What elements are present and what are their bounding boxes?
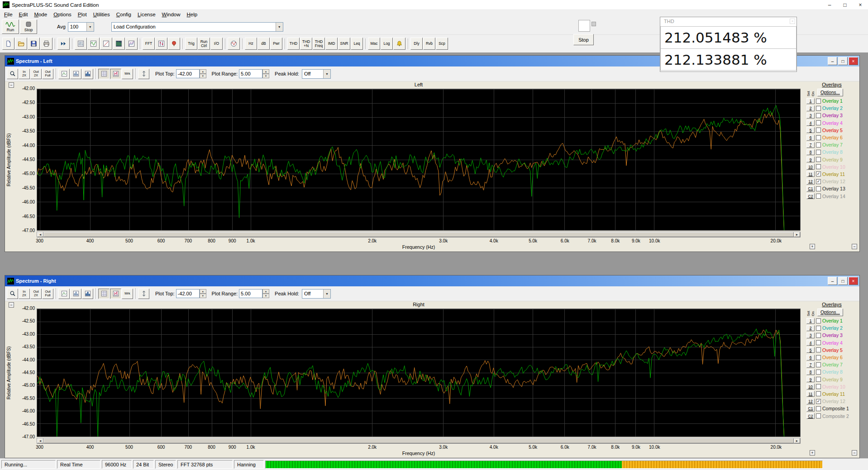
menu-config[interactable]: Config: [113, 11, 134, 19]
plot-top-input[interactable]: -42.00: [176, 289, 200, 298]
overlay-set-button[interactable]: C2: [806, 193, 815, 199]
marker-button[interactable]: Mrk: [122, 289, 133, 299]
overlay-set-button[interactable]: C1: [806, 186, 815, 192]
markers-button[interactable]: [155, 38, 167, 50]
maximize-button[interactable]: □: [837, 0, 853, 10]
overlay-checkbox[interactable]: [816, 142, 821, 147]
scroll-right-arrow-icon[interactable]: ►: [794, 232, 800, 237]
line-plot-button[interactable]: [58, 289, 70, 299]
overlay-checkbox[interactable]: [816, 347, 821, 352]
plot-top-spinner[interactable]: ▲▼: [200, 69, 206, 78]
overlay-set-button[interactable]: C2: [806, 413, 815, 419]
overlay-set-button[interactable]: 3: [806, 113, 815, 119]
overlay-checkbox[interactable]: [816, 333, 821, 338]
spin-down-icon[interactable]: ▼: [200, 74, 206, 78]
labels-toggle-button[interactable]: [110, 69, 121, 79]
plot-expand-button[interactable]: +: [810, 450, 815, 456]
window-title-bar[interactable]: Spectrum - Right – □ ×: [5, 275, 859, 286]
plot-top-input[interactable]: -42.00: [176, 69, 200, 78]
overlay-set-button[interactable]: 2: [806, 325, 815, 331]
run-button[interactable]: Run: [2, 19, 19, 34]
plot-shrink-button[interactable]: −: [852, 244, 857, 249]
load-configuration-select[interactable]: Load Configuration ▼: [111, 22, 283, 32]
log-button[interactable]: Log: [381, 38, 393, 50]
overlay-checkbox[interactable]: [816, 340, 821, 345]
stop-button[interactable]: Stop: [20, 19, 37, 34]
menu-license[interactable]: License: [134, 11, 159, 19]
overlay-set-button[interactable]: 9: [806, 157, 815, 162]
overlay-options-button[interactable]: Options...: [817, 309, 843, 316]
delay-button[interactable]: Dly: [410, 38, 423, 50]
scroll-track[interactable]: [43, 438, 794, 443]
dropdown-arrow-icon[interactable]: ▼: [276, 23, 283, 31]
overlay-checkbox[interactable]: [816, 106, 821, 111]
fft-settings-button[interactable]: FFT: [143, 38, 155, 50]
spin-up-icon[interactable]: ▲: [262, 69, 269, 74]
plot-shrink-button[interactable]: −: [852, 450, 857, 456]
bar-plot-button[interactable]: [70, 69, 81, 79]
filled-plot-button[interactable]: [82, 69, 93, 79]
zoom-in-2x-button[interactable]: In 2X: [19, 289, 30, 299]
window-minimize-button[interactable]: –: [828, 277, 837, 285]
overlay-checkbox[interactable]: [816, 391, 821, 396]
zoom-button[interactable]: [7, 69, 18, 79]
grid-toggle-button[interactable]: [98, 289, 110, 299]
spin-up-icon[interactable]: ▲: [200, 289, 206, 294]
spin-down-icon[interactable]: ▼: [262, 74, 269, 78]
plot-range-spinner[interactable]: ▲▼: [262, 69, 269, 78]
macro-button[interactable]: Mac: [368, 38, 380, 50]
overlay-set-button[interactable]: 1: [806, 98, 815, 104]
leq-button[interactable]: Leq: [351, 38, 363, 50]
overlay-checkbox[interactable]: [816, 128, 821, 133]
menu-utilities[interactable]: Utilities: [90, 11, 113, 19]
overlay-checkbox[interactable]: [816, 150, 821, 155]
close-button[interactable]: ×: [853, 0, 868, 10]
overlay-checkbox[interactable]: [816, 186, 821, 191]
overlay-checkbox[interactable]: [816, 413, 821, 418]
scroll-right-arrow-icon[interactable]: ►: [794, 438, 800, 443]
scroll-thumb[interactable]: [43, 232, 794, 237]
menu-help[interactable]: Help: [184, 11, 201, 19]
overlay-checkbox[interactable]: [816, 406, 821, 411]
scroll-thumb[interactable]: [43, 438, 794, 443]
line-plot-button[interactable]: [58, 69, 70, 79]
menu-edit[interactable]: Edit: [16, 11, 31, 19]
overlay-set-button[interactable]: 12: [806, 179, 815, 185]
grid-toggle-button[interactable]: [98, 69, 110, 79]
plot-hscrollbar[interactable]: ◄ ►: [37, 232, 801, 237]
trigger-button[interactable]: Trig: [185, 38, 197, 50]
scroll-track[interactable]: [43, 232, 794, 237]
overlay-set-button[interactable]: 2: [806, 105, 815, 111]
thd-freq-button[interactable]: THD Freq: [313, 38, 325, 50]
spectrogram-button[interactable]: [113, 38, 125, 50]
overlay-set-button[interactable]: 5: [806, 347, 815, 353]
overlay-checkbox[interactable]: [816, 355, 821, 360]
overlay-checkbox[interactable]: ✓: [816, 171, 821, 176]
labels-toggle-button[interactable]: [110, 289, 121, 299]
overlay-set-button[interactable]: 3: [806, 332, 815, 338]
overlay-checkbox[interactable]: [816, 120, 821, 125]
window-close-button[interactable]: ×: [849, 57, 858, 65]
overlay-checkbox[interactable]: [816, 370, 821, 375]
alarm-bell-button[interactable]: [393, 38, 405, 50]
mixer-button[interactable]: [75, 38, 87, 50]
menu-window[interactable]: Window: [159, 11, 184, 19]
overlay-checkbox[interactable]: [816, 135, 821, 140]
overlay-options-button[interactable]: Options...: [817, 89, 843, 96]
window-close-button[interactable]: ×: [849, 277, 858, 285]
zoom-out-2x-button[interactable]: Out 2X: [30, 289, 42, 299]
peak-hold-select[interactable]: Off ▼: [302, 69, 331, 79]
surface-plot-button[interactable]: [125, 38, 138, 50]
plot-range-spinner[interactable]: ▲▼: [262, 289, 269, 298]
time-series-button[interactable]: [87, 38, 100, 50]
overlay-set-button[interactable]: 10: [806, 384, 815, 389]
window-minimize-button[interactable]: –: [828, 57, 837, 65]
menu-options[interactable]: Options: [50, 11, 75, 19]
scroll-left-arrow-icon[interactable]: ◄: [37, 232, 43, 237]
plot-collapse-button[interactable]: −: [9, 82, 14, 88]
filled-plot-button[interactable]: [82, 289, 93, 299]
fast-forward-button[interactable]: [57, 38, 70, 50]
spin-up-icon[interactable]: ▲: [200, 69, 206, 74]
snr-button[interactable]: SNR: [338, 38, 350, 50]
overlay-checkbox[interactable]: [816, 362, 821, 367]
